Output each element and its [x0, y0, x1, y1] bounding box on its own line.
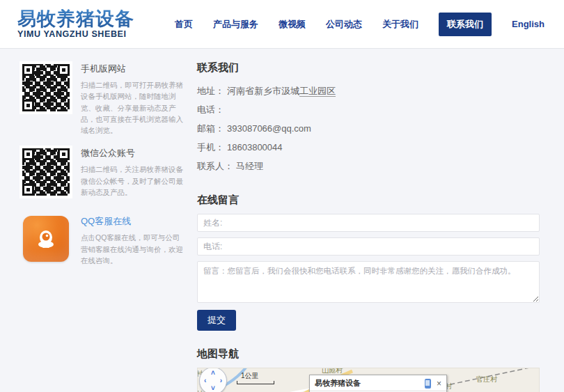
- promo-qq: QQ客服在线 点击QQ客服在线，即可与公司营销客服在线沟通与询价，欢迎在线咨询。: [19, 214, 194, 267]
- nav-item-english[interactable]: English: [512, 19, 545, 29]
- message-form: 在线留言 提交: [197, 194, 540, 331]
- main-nav: 首页 产品与服务 微视频 公司动态 关于我们 联系我们 English: [175, 13, 545, 36]
- qq-service-link[interactable]: QQ客服在线: [81, 215, 185, 228]
- map-info-window: 易牧养猪设备 × 地址：河南省新乡市汲城工业园区 电话： 专业从事养猪设备设计、…: [309, 375, 447, 392]
- promo-mobile-title: 手机版网站: [81, 63, 185, 75]
- promo-wechat-title: 微信公众账号: [81, 147, 185, 159]
- qq-penguin-glyph: [34, 227, 58, 251]
- map-scale-bar: [237, 381, 274, 384]
- nav-item-contact[interactable]: 联系我们: [439, 13, 492, 36]
- nav-item-products[interactable]: 产品与服务: [213, 18, 258, 31]
- submit-button[interactable]: 提交: [197, 310, 236, 331]
- qq-service-icon[interactable]: [23, 216, 69, 262]
- pan-right-icon[interactable]: ›: [220, 377, 222, 384]
- qr-code-mobile-site: [19, 61, 72, 114]
- message-form-heading: 在线留言: [197, 194, 540, 207]
- main-panel: 联系我们 地址：河南省新乡市汲城工业园区 电话： 邮箱：393087066@qq…: [197, 61, 540, 392]
- page-content: 手机版网站 扫描二维码，即可打开易牧养猪设备手机版网站，随时随地浏览、收藏、分享…: [0, 49, 564, 392]
- logo-title: 易牧养猪设备: [17, 9, 134, 29]
- phone-input[interactable]: [197, 237, 540, 256]
- promo-mobile-site: 手机版网站 扫描二维码，即可打开易牧养猪设备手机版网站，随时随地浏览、收藏、分享…: [19, 61, 194, 136]
- village-label-guanzhuang: 官庄村: [476, 375, 497, 384]
- pan-up-icon[interactable]: ˄: [211, 370, 215, 377]
- mobile-phone-icon[interactable]: [425, 379, 431, 389]
- map-canvas[interactable]: 山彪村 官庄村 轮村 五陵村 园村 村 1公里 ˄ ˅ ‹ › + −: [197, 368, 540, 392]
- map-scale-label: 1公里: [241, 371, 259, 381]
- contact-row-email: 邮箱：393087066@qq.com: [197, 119, 540, 138]
- close-icon[interactable]: ×: [437, 379, 441, 388]
- qr-code-wechat: [19, 146, 72, 198]
- map-pan-control[interactable]: ˄ ˅ ‹ ›: [199, 368, 227, 392]
- left-sidebar: 手机版网站 扫描二维码，即可打开易牧养猪设备手机版网站，随时随地浏览、收藏、分享…: [19, 61, 194, 392]
- promo-mobile-desc: 扫描二维码，即可打开易牧养猪设备手机版网站，随时随地浏览、收藏、分享最新动态及产…: [81, 79, 185, 136]
- info-window-title: 易牧养猪设备: [315, 378, 425, 389]
- contact-row-address: 地址：河南省新乡市汲城工业园区: [197, 81, 540, 100]
- promo-qq-desc: 点击QQ客服在线，即可与公司营销客服在线沟通与询价，欢迎在线咨询。: [81, 232, 185, 266]
- promo-wechat: 微信公众账号 扫描二维码，关注易牧养猪设备微信公众帐号，及时了解公司最新动态及产…: [19, 146, 194, 198]
- nav-item-news[interactable]: 公司动态: [326, 18, 362, 31]
- site-logo[interactable]: 易牧养猪设备 YIMU YANGZHU SHEBEI: [17, 9, 134, 39]
- nav-item-home[interactable]: 首页: [175, 18, 193, 31]
- map-section: 地图导航 山彪村 官庄村 轮村 五陵村 园村 村 1公里: [197, 347, 540, 392]
- nav-item-video[interactable]: 微视频: [279, 18, 306, 31]
- promo-wechat-desc: 扫描二维码，关注易牧养猪设备微信公众帐号，及时了解公司最新动态及产品。: [81, 164, 185, 198]
- contact-row-mobile: 手机：18603800044: [197, 138, 540, 157]
- contact-row-person: 联系人：马经理: [197, 157, 540, 175]
- contact-heading: 联系我们: [197, 61, 540, 75]
- nav-item-about[interactable]: 关于我们: [382, 18, 418, 31]
- map-heading: 地图导航: [197, 347, 540, 361]
- pan-left-icon[interactable]: ‹: [204, 377, 206, 384]
- contact-row-phone: 电话：: [197, 100, 540, 119]
- logo-subtitle: YIMU YANGZHU SHEBEI: [17, 30, 134, 39]
- site-header: 易牧养猪设备 YIMU YANGZHU SHEBEI 首页 产品与服务 微视频 …: [0, 0, 564, 49]
- pan-down-icon[interactable]: ˅: [211, 385, 215, 392]
- name-input[interactable]: [197, 214, 540, 232]
- message-textarea[interactable]: [197, 261, 540, 303]
